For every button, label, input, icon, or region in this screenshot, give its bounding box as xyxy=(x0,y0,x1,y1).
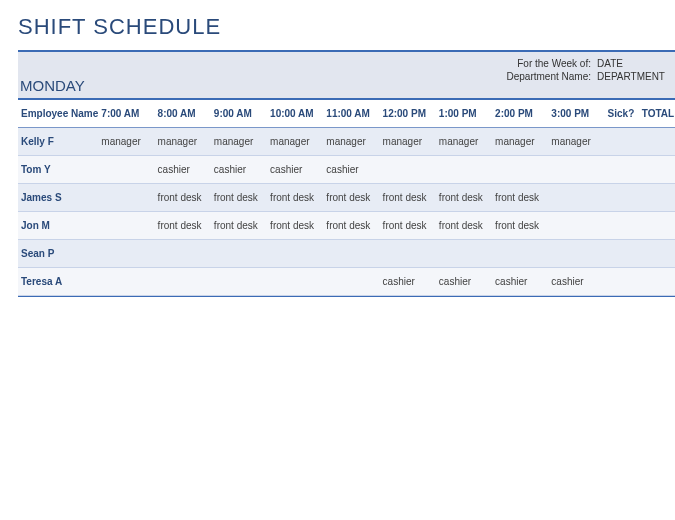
employee-name-cell: Jon M xyxy=(18,212,98,240)
shift-cell xyxy=(323,240,379,268)
bottom-rule xyxy=(18,296,675,297)
shift-cell xyxy=(548,156,604,184)
shift-cell xyxy=(380,240,436,268)
shift-cell: front desk xyxy=(323,212,379,240)
shift-cell xyxy=(605,212,639,240)
shift-cell xyxy=(639,128,675,156)
shift-cell: front desk xyxy=(436,212,492,240)
shift-cell: front desk xyxy=(380,184,436,212)
shift-cell: cashier xyxy=(548,268,604,296)
shift-cell xyxy=(98,156,154,184)
shift-cell xyxy=(98,240,154,268)
col-total: TOTAL xyxy=(639,100,675,128)
shift-cell: cashier xyxy=(211,156,267,184)
shift-cell: cashier xyxy=(267,156,323,184)
col-10am: 10:00 AM xyxy=(267,100,323,128)
shift-cell: manager xyxy=(548,128,604,156)
col-7am: 7:00 AM xyxy=(98,100,154,128)
schedule-table: Employee Name 7:00 AM 8:00 AM 9:00 AM 10… xyxy=(18,100,675,296)
meta-block: For the Week of: DATE Department Name: D… xyxy=(507,58,667,84)
col-9am: 9:00 AM xyxy=(211,100,267,128)
meta-dept-row: Department Name: DEPARTMENT xyxy=(507,71,667,82)
col-sick: Sick? xyxy=(605,100,639,128)
col-11am: 11:00 AM xyxy=(323,100,379,128)
meta-week-value: DATE xyxy=(597,58,667,69)
shift-cell xyxy=(98,184,154,212)
shift-cell xyxy=(211,240,267,268)
employee-name-cell: Teresa A xyxy=(18,268,98,296)
table-row: Tom Ycashiercashiercashiercashier xyxy=(18,156,675,184)
employee-name-cell: James S xyxy=(18,184,98,212)
shift-cell: manager xyxy=(211,128,267,156)
table-row: Jon Mfront deskfront deskfront deskfront… xyxy=(18,212,675,240)
shift-cell: front desk xyxy=(492,212,548,240)
table-row: Kelly Fmanagermanagermanagermanagermanag… xyxy=(18,128,675,156)
shift-cell: manager xyxy=(267,128,323,156)
shift-cell xyxy=(605,184,639,212)
shift-cell: front desk xyxy=(211,184,267,212)
meta-dept-label: Department Name: xyxy=(507,71,591,82)
shift-cell xyxy=(605,128,639,156)
col-2pm: 2:00 PM xyxy=(492,100,548,128)
employee-name-cell: Tom Y xyxy=(18,156,98,184)
shift-cell: cashier xyxy=(436,268,492,296)
shift-cell: manager xyxy=(323,128,379,156)
meta-dept-value: DEPARTMENT xyxy=(597,71,667,82)
shift-cell: manager xyxy=(155,128,211,156)
employee-name-cell: Sean P xyxy=(18,240,98,268)
shift-cell xyxy=(605,240,639,268)
shift-cell: cashier xyxy=(155,156,211,184)
shift-cell: front desk xyxy=(267,212,323,240)
shift-cell xyxy=(267,240,323,268)
shift-cell: front desk xyxy=(155,212,211,240)
table-row: Teresa Acashiercashiercashiercashier xyxy=(18,268,675,296)
employee-name-cell: Kelly F xyxy=(18,128,98,156)
shift-cell xyxy=(639,268,675,296)
shift-cell xyxy=(380,156,436,184)
shift-cell xyxy=(492,156,548,184)
shift-cell xyxy=(436,156,492,184)
shift-cell: manager xyxy=(492,128,548,156)
shift-cell: front desk xyxy=(267,184,323,212)
shift-cell xyxy=(323,268,379,296)
page-title: SHIFT SCHEDULE xyxy=(18,14,675,40)
shift-cell xyxy=(98,212,154,240)
table-body: Kelly Fmanagermanagermanagermanagermanag… xyxy=(18,128,675,296)
shift-cell xyxy=(605,156,639,184)
shift-cell: front desk xyxy=(211,212,267,240)
col-employee: Employee Name xyxy=(18,100,98,128)
shift-cell xyxy=(605,268,639,296)
shift-cell xyxy=(267,268,323,296)
shift-cell: manager xyxy=(380,128,436,156)
shift-cell xyxy=(98,268,154,296)
shift-cell: manager xyxy=(436,128,492,156)
shift-cell: cashier xyxy=(323,156,379,184)
shift-cell: manager xyxy=(98,128,154,156)
shift-cell: front desk xyxy=(323,184,379,212)
header-bar: MONDAY For the Week of: DATE Department … xyxy=(18,52,675,100)
shift-cell xyxy=(436,240,492,268)
table-row: Sean P xyxy=(18,240,675,268)
shift-cell: cashier xyxy=(492,268,548,296)
shift-cell xyxy=(639,212,675,240)
col-3pm: 3:00 PM xyxy=(548,100,604,128)
shift-cell: front desk xyxy=(436,184,492,212)
shift-cell xyxy=(639,156,675,184)
shift-cell xyxy=(211,268,267,296)
shift-cell xyxy=(155,268,211,296)
shift-cell xyxy=(548,212,604,240)
col-8am: 8:00 AM xyxy=(155,100,211,128)
table-row: James Sfront deskfront deskfront deskfro… xyxy=(18,184,675,212)
header-row: Employee Name 7:00 AM 8:00 AM 9:00 AM 10… xyxy=(18,100,675,128)
schedule-page: SHIFT SCHEDULE MONDAY For the Week of: D… xyxy=(0,0,675,297)
shift-cell xyxy=(639,184,675,212)
shift-cell xyxy=(548,184,604,212)
shift-cell xyxy=(155,240,211,268)
shift-cell: front desk xyxy=(380,212,436,240)
shift-cell: cashier xyxy=(380,268,436,296)
day-label: MONDAY xyxy=(18,77,85,94)
shift-cell: front desk xyxy=(155,184,211,212)
col-1pm: 1:00 PM xyxy=(436,100,492,128)
shift-cell xyxy=(548,240,604,268)
meta-week-label: For the Week of: xyxy=(517,58,591,69)
